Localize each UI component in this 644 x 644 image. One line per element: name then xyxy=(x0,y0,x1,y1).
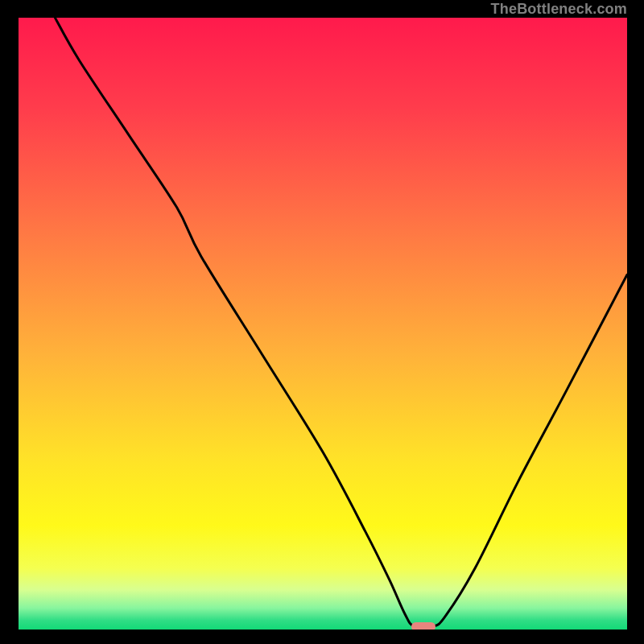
minimum-marker xyxy=(411,622,436,630)
plot-area xyxy=(19,18,627,630)
bottleneck-curve xyxy=(19,18,627,630)
chart-frame: TheBottleneck.com xyxy=(0,0,644,644)
attribution-label: TheBottleneck.com xyxy=(491,0,627,18)
